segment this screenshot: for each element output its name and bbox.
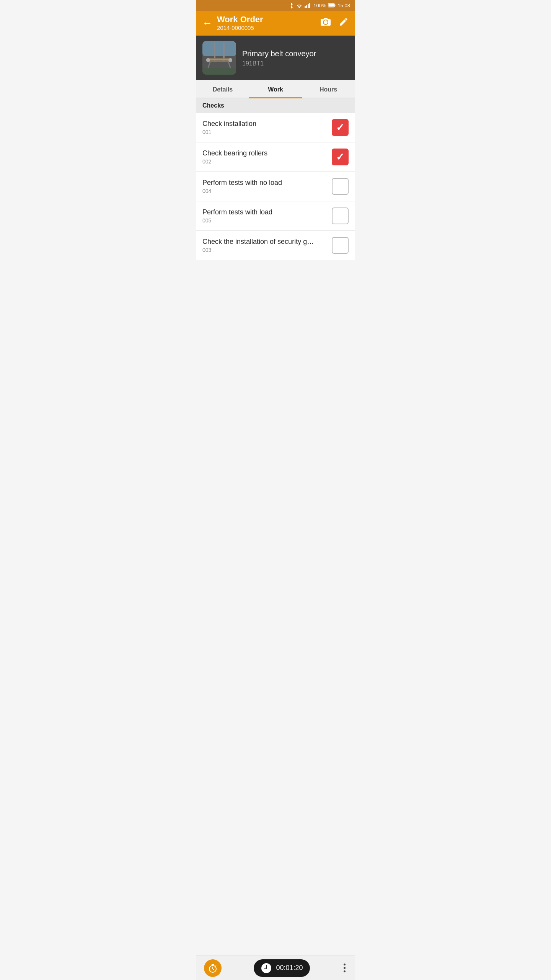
check-item-checkbox[interactable]: ✓ <box>332 119 349 136</box>
check-item-info: Check the installation of security g… 00… <box>202 238 314 253</box>
equipment-name: Primary belt conveyor <box>242 49 316 59</box>
equipment-info: Primary belt conveyor 191BT1 <box>242 49 316 67</box>
svg-rect-13 <box>202 68 236 75</box>
checkmark-icon: ✓ <box>336 122 344 132</box>
app-bar-title: Work Order 2014-0000005 <box>217 15 263 31</box>
check-item-code: 005 <box>202 217 272 224</box>
back-button[interactable]: ← <box>202 18 212 28</box>
svg-point-17 <box>228 58 232 62</box>
svg-rect-11 <box>206 58 232 62</box>
check-item-code: 002 <box>202 158 267 165</box>
check-item-checkbox[interactable]: ✓ <box>332 149 349 165</box>
tab-work[interactable]: Work <box>249 80 302 98</box>
check-item-checkbox[interactable] <box>332 207 349 224</box>
equipment-image <box>202 41 236 75</box>
check-item-name: Check the installation of security g… <box>202 238 314 246</box>
svg-rect-12 <box>206 59 232 60</box>
svg-point-16 <box>206 58 210 62</box>
svg-rect-0 <box>305 6 306 8</box>
tabs-container: Details Work Hours <box>196 80 355 98</box>
bluetooth-icon <box>289 2 294 8</box>
status-bar: 100% 15:08 <box>196 0 355 11</box>
tab-hours[interactable]: Hours <box>302 80 355 98</box>
clock-time: 15:08 <box>337 3 350 8</box>
svg-rect-6 <box>329 4 334 7</box>
check-item-info: Check installation 001 <box>202 120 256 135</box>
battery-icon <box>328 3 336 8</box>
app-bar-right <box>320 17 349 29</box>
svg-rect-1 <box>306 5 307 8</box>
equipment-thumbnail <box>202 41 236 75</box>
svg-rect-5 <box>335 5 336 7</box>
check-item-code: 001 <box>202 129 256 135</box>
check-item-checkbox[interactable] <box>332 237 349 254</box>
check-item-name: Check bearing rollers <box>202 149 267 157</box>
equipment-card: Primary belt conveyor 191BT1 <box>196 36 355 80</box>
app-bar-left: ← Work Order 2014-0000005 <box>202 15 263 31</box>
check-list: Check installation 001 ✓ Check bearing r… <box>196 113 355 260</box>
wifi-icon <box>296 3 303 8</box>
svg-rect-8 <box>202 41 236 56</box>
svg-rect-3 <box>309 3 310 8</box>
check-item-info: Perform tests with load 005 <box>202 208 272 224</box>
check-item-info: Check bearing rollers 002 <box>202 149 267 165</box>
signal-icon <box>305 3 311 8</box>
work-order-title: Work Order <box>217 15 263 24</box>
check-item: Check the installation of security g… 00… <box>196 231 355 260</box>
check-item: Perform tests with load 005 <box>196 201 355 231</box>
check-item-code: 004 <box>202 188 282 194</box>
battery-percent: 100% <box>313 3 326 8</box>
check-item-name: Perform tests with load <box>202 208 272 216</box>
check-item-name: Perform tests with no load <box>202 179 282 187</box>
svg-rect-2 <box>308 4 309 8</box>
check-item-checkbox[interactable] <box>332 178 349 195</box>
status-icons: 100% 15:08 <box>289 2 350 8</box>
app-bar: ← Work Order 2014-0000005 <box>196 11 355 36</box>
check-item-name: Check installation <box>202 120 256 128</box>
check-item-code: 003 <box>202 247 314 253</box>
check-item: Check bearing rollers 002 ✓ <box>196 142 355 172</box>
check-item: Perform tests with no load 004 <box>196 172 355 201</box>
work-order-number: 2014-0000005 <box>217 24 263 31</box>
check-item-info: Perform tests with no load 004 <box>202 179 282 194</box>
section-header-checks: Checks <box>196 98 355 113</box>
camera-button[interactable] <box>320 17 331 29</box>
tab-details[interactable]: Details <box>196 80 249 98</box>
equipment-code: 191BT1 <box>242 60 316 67</box>
check-item: Check installation 001 ✓ <box>196 113 355 142</box>
checkmark-icon: ✓ <box>336 152 344 162</box>
edit-button[interactable] <box>339 17 349 29</box>
